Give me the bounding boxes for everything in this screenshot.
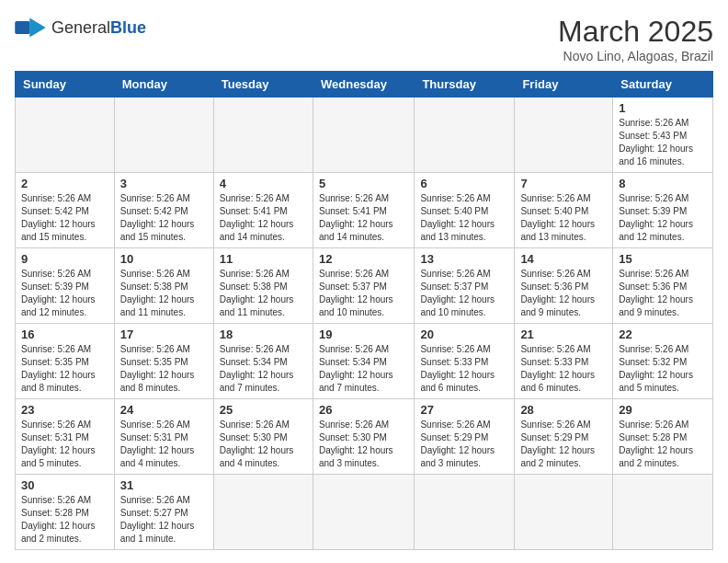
day-number: 14 <box>520 252 607 266</box>
day-number: 23 <box>21 403 108 417</box>
cell-info: Sunrise: 5:26 AM Sunset: 5:32 PM Dayligh… <box>619 343 707 395</box>
day-number: 11 <box>220 252 307 266</box>
calendar-week-1: 1Sunrise: 5:26 AM Sunset: 5:43 PM Daylig… <box>16 98 713 173</box>
day-number: 27 <box>420 403 508 417</box>
calendar-cell: 27Sunrise: 5:26 AM Sunset: 5:29 PM Dayli… <box>415 399 515 475</box>
calendar-cell: 21Sunrise: 5:26 AM Sunset: 5:33 PM Dayli… <box>515 324 613 399</box>
day-number: 24 <box>120 403 208 417</box>
cell-info: Sunrise: 5:26 AM Sunset: 5:42 PM Dayligh… <box>21 192 108 244</box>
calendar-table: SundayMondayTuesdayWednesdayThursdayFrid… <box>15 71 713 550</box>
cell-info: Sunrise: 5:26 AM Sunset: 5:29 PM Dayligh… <box>520 419 607 470</box>
day-number: 7 <box>520 177 607 190</box>
day-number: 22 <box>619 327 707 341</box>
weekday-header-tuesday: Tuesday <box>213 72 313 98</box>
calendar-cell: 2Sunrise: 5:26 AM Sunset: 5:42 PM Daylig… <box>16 173 115 248</box>
calendar-cell: 26Sunrise: 5:26 AM Sunset: 5:30 PM Dayli… <box>313 399 414 475</box>
calendar-cell: 19Sunrise: 5:26 AM Sunset: 5:34 PM Dayli… <box>313 324 414 399</box>
calendar-cell: 3Sunrise: 5:26 AM Sunset: 5:42 PM Daylig… <box>114 173 213 248</box>
day-number: 26 <box>319 403 408 417</box>
logo: GeneralBlue <box>15 15 146 40</box>
cell-info: Sunrise: 5:26 AM Sunset: 5:36 PM Dayligh… <box>520 268 607 319</box>
calendar-cell: 23Sunrise: 5:26 AM Sunset: 5:31 PM Dayli… <box>16 399 115 475</box>
calendar-cell: 6Sunrise: 5:26 AM Sunset: 5:40 PM Daylig… <box>415 173 515 248</box>
calendar-cell <box>313 475 414 550</box>
cell-info: Sunrise: 5:26 AM Sunset: 5:40 PM Dayligh… <box>520 192 607 244</box>
day-number: 17 <box>120 327 208 341</box>
calendar-cell <box>515 475 613 550</box>
calendar-cell: 28Sunrise: 5:26 AM Sunset: 5:29 PM Dayli… <box>515 399 613 475</box>
calendar-cell: 7Sunrise: 5:26 AM Sunset: 5:40 PM Daylig… <box>515 173 613 248</box>
cell-info: Sunrise: 5:26 AM Sunset: 5:31 PM Dayligh… <box>120 419 208 470</box>
svg-rect-2 <box>16 21 30 34</box>
calendar-cell: 18Sunrise: 5:26 AM Sunset: 5:34 PM Dayli… <box>213 324 313 399</box>
calendar-cell: 25Sunrise: 5:26 AM Sunset: 5:30 PM Dayli… <box>213 399 313 475</box>
calendar-cell <box>515 98 613 173</box>
title-block: March 2025 Novo Lino, Alagoas, Brazil <box>558 15 713 63</box>
cell-info: Sunrise: 5:26 AM Sunset: 5:30 PM Dayligh… <box>319 419 408 470</box>
calendar-cell: 31Sunrise: 5:26 AM Sunset: 5:27 PM Dayli… <box>114 475 213 550</box>
day-number: 19 <box>319 327 408 341</box>
page-header: GeneralBlue March 2025 Novo Lino, Alagoa… <box>15 15 713 63</box>
day-number: 20 <box>420 327 508 341</box>
calendar-week-5: 23Sunrise: 5:26 AM Sunset: 5:31 PM Dayli… <box>16 399 713 475</box>
calendar-cell <box>16 98 115 173</box>
weekday-header-wednesday: Wednesday <box>313 72 414 98</box>
day-number: 5 <box>319 177 408 190</box>
calendar-cell <box>213 98 313 173</box>
logo-general: General <box>51 18 110 37</box>
calendar-cell: 16Sunrise: 5:26 AM Sunset: 5:35 PM Dayli… <box>16 324 115 399</box>
cell-info: Sunrise: 5:26 AM Sunset: 5:38 PM Dayligh… <box>220 268 307 319</box>
calendar-cell: 13Sunrise: 5:26 AM Sunset: 5:37 PM Dayli… <box>415 248 515 324</box>
location: Novo Lino, Alagoas, Brazil <box>558 49 713 63</box>
weekday-header-saturday: Saturday <box>613 72 713 98</box>
cell-info: Sunrise: 5:26 AM Sunset: 5:28 PM Dayligh… <box>619 419 707 470</box>
calendar-cell: 11Sunrise: 5:26 AM Sunset: 5:38 PM Dayli… <box>213 248 313 324</box>
calendar-cell <box>415 98 515 173</box>
cell-info: Sunrise: 5:26 AM Sunset: 5:41 PM Dayligh… <box>220 192 307 244</box>
calendar-cell <box>415 475 515 550</box>
cell-info: Sunrise: 5:26 AM Sunset: 5:33 PM Dayligh… <box>520 343 607 395</box>
day-number: 1 <box>619 101 707 115</box>
cell-info: Sunrise: 5:26 AM Sunset: 5:39 PM Dayligh… <box>21 268 108 319</box>
cell-info: Sunrise: 5:26 AM Sunset: 5:29 PM Dayligh… <box>420 419 508 470</box>
day-number: 13 <box>420 252 508 266</box>
day-number: 4 <box>220 177 307 190</box>
cell-info: Sunrise: 5:26 AM Sunset: 5:43 PM Dayligh… <box>619 117 707 168</box>
day-number: 10 <box>120 252 208 266</box>
cell-info: Sunrise: 5:26 AM Sunset: 5:39 PM Dayligh… <box>619 192 707 244</box>
calendar-cell <box>213 475 313 550</box>
calendar-cell: 8Sunrise: 5:26 AM Sunset: 5:39 PM Daylig… <box>613 173 713 248</box>
logo-blue: Blue <box>110 18 146 37</box>
day-number: 28 <box>520 403 607 417</box>
day-number: 9 <box>21 252 108 266</box>
calendar-cell <box>114 98 213 173</box>
calendar-cell: 22Sunrise: 5:26 AM Sunset: 5:32 PM Dayli… <box>613 324 713 399</box>
calendar-cell: 20Sunrise: 5:26 AM Sunset: 5:33 PM Dayli… <box>415 324 515 399</box>
calendar-body: 1Sunrise: 5:26 AM Sunset: 5:43 PM Daylig… <box>16 98 713 550</box>
day-number: 8 <box>619 177 707 190</box>
calendar-week-4: 16Sunrise: 5:26 AM Sunset: 5:35 PM Dayli… <box>16 324 713 399</box>
svg-marker-1 <box>29 18 46 38</box>
cell-info: Sunrise: 5:26 AM Sunset: 5:40 PM Dayligh… <box>420 192 508 244</box>
calendar-cell: 14Sunrise: 5:26 AM Sunset: 5:36 PM Dayli… <box>515 248 613 324</box>
day-number: 3 <box>120 177 208 190</box>
day-number: 29 <box>619 403 707 417</box>
cell-info: Sunrise: 5:26 AM Sunset: 5:35 PM Dayligh… <box>120 343 208 395</box>
calendar-cell: 10Sunrise: 5:26 AM Sunset: 5:38 PM Dayli… <box>114 248 213 324</box>
day-number: 25 <box>220 403 307 417</box>
cell-info: Sunrise: 5:26 AM Sunset: 5:35 PM Dayligh… <box>21 343 108 395</box>
calendar-week-2: 2Sunrise: 5:26 AM Sunset: 5:42 PM Daylig… <box>16 173 713 248</box>
day-number: 18 <box>220 327 307 341</box>
day-number: 15 <box>619 252 707 266</box>
day-number: 12 <box>319 252 408 266</box>
calendar-cell: 1Sunrise: 5:26 AM Sunset: 5:43 PM Daylig… <box>613 98 713 173</box>
cell-info: Sunrise: 5:26 AM Sunset: 5:37 PM Dayligh… <box>319 268 408 319</box>
logo-icon <box>15 15 48 40</box>
cell-info: Sunrise: 5:26 AM Sunset: 5:42 PM Dayligh… <box>120 192 208 244</box>
cell-info: Sunrise: 5:26 AM Sunset: 5:34 PM Dayligh… <box>220 343 307 395</box>
calendar-cell: 30Sunrise: 5:26 AM Sunset: 5:28 PM Dayli… <box>16 475 115 550</box>
cell-info: Sunrise: 5:26 AM Sunset: 5:31 PM Dayligh… <box>21 419 108 470</box>
calendar-cell: 24Sunrise: 5:26 AM Sunset: 5:31 PM Dayli… <box>114 399 213 475</box>
day-number: 2 <box>21 177 108 190</box>
weekday-header-thursday: Thursday <box>415 72 515 98</box>
